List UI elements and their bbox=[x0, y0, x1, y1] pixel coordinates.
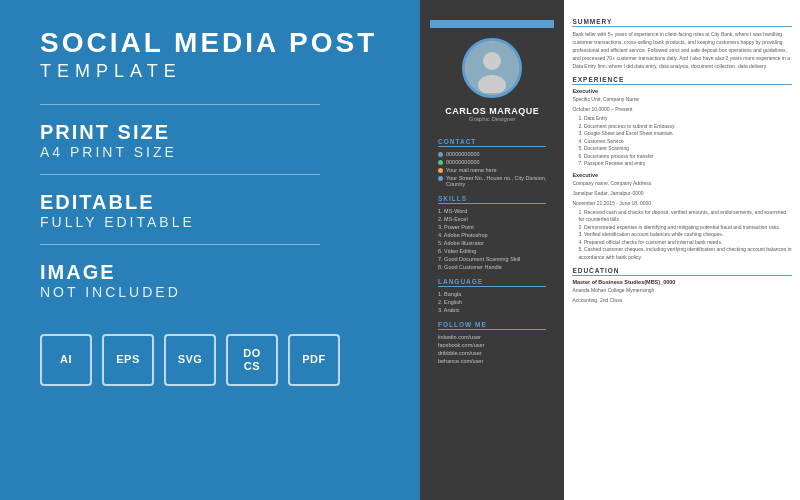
exp-item-4: 4. Customer Service bbox=[572, 138, 792, 146]
main-title: SOCIAL MEDIA POST bbox=[40, 28, 377, 59]
exp-item-5: 5. Document Scanning bbox=[572, 145, 792, 153]
format-pdf: PDF bbox=[288, 334, 340, 386]
feature-label-3: IMAGE bbox=[40, 261, 181, 284]
format-eps: EPS bbox=[102, 334, 154, 386]
exp2-item-2: 2. Demonstrated expertise in identifying… bbox=[572, 224, 792, 232]
experience-title: EXPERIENCE bbox=[572, 76, 792, 85]
skill-5: 5. Adobe Illustrator bbox=[438, 240, 546, 246]
divider-3 bbox=[40, 244, 320, 245]
summary-title: SUMMERY bbox=[572, 18, 792, 27]
resume-container: CARLOS MARAQUE Graphic Designer CONTACT … bbox=[420, 0, 800, 500]
exp-sub-2: Executive bbox=[572, 172, 792, 178]
skill-6: 6. Video Editing bbox=[438, 248, 546, 254]
exp-item-3: 3. Google Sheet and Excel Sheet maintain… bbox=[572, 130, 792, 138]
dot-orange-1 bbox=[438, 168, 443, 173]
exp-date-2: November 21,2015 - June 18, 0000 bbox=[572, 199, 792, 207]
exp-company-1: Specific Unit, Company Name bbox=[572, 95, 792, 103]
follow-title: FOLLOW ME bbox=[438, 321, 546, 330]
lang-2: 2. English bbox=[438, 299, 546, 305]
follow-1: linkedin.com/user bbox=[438, 334, 546, 340]
follow-2: facebook.com/user bbox=[438, 342, 546, 348]
skills-title: SKILLS bbox=[438, 195, 546, 204]
feature-value-1: A4 PRINT SIZE bbox=[40, 144, 177, 160]
dot-blue-2 bbox=[438, 176, 443, 181]
exp2-item-3: 3. Verified identification account balan… bbox=[572, 231, 792, 239]
exp-item-7: 7. Passport Receive and entry bbox=[572, 160, 792, 168]
divider-1 bbox=[40, 104, 320, 105]
divider-2 bbox=[40, 174, 320, 175]
feature-image: IMAGE NOT INCLUDED bbox=[40, 261, 181, 300]
format-svg: SVG bbox=[164, 334, 216, 386]
contact-email: Your mail name here bbox=[438, 167, 546, 173]
skill-7: 7. Good Document Scanning Skill bbox=[438, 256, 546, 262]
exp2-item-1: 1. Received cash and checks for deposit,… bbox=[572, 209, 792, 224]
exp-location-2: Jamalpur Sadar, Jamalpur-0000 bbox=[572, 189, 792, 197]
feature-label-1: PRINT SIZE bbox=[40, 121, 177, 144]
resume-sidebar: CARLOS MARAQUE Graphic Designer CONTACT … bbox=[420, 0, 564, 500]
dot-green-1 bbox=[438, 160, 443, 165]
lang-3: 3. Arabic bbox=[438, 307, 546, 313]
formats-row: AI EPS SVG DOCS PDF bbox=[40, 334, 340, 386]
resume-role: Graphic Designer bbox=[469, 116, 516, 122]
avatar bbox=[462, 38, 522, 98]
lang-1: 1. Bangla bbox=[438, 291, 546, 297]
left-panel: SOCIAL MEDIA POST TEMPLATE PRINT SIZE A4… bbox=[0, 0, 420, 500]
follow-3: dribbble.com/user bbox=[438, 350, 546, 356]
exp-item-6: 6. Documents process for transfer bbox=[572, 153, 792, 161]
feature-value-3: NOT INCLUDED bbox=[40, 284, 181, 300]
skill-2: 2. MS-Excel bbox=[438, 216, 546, 222]
skill-1: 1. MS-Word bbox=[438, 208, 546, 214]
teal-bar bbox=[430, 20, 554, 28]
sub-title: TEMPLATE bbox=[40, 61, 182, 82]
exp-sub-1: Executive bbox=[572, 88, 792, 94]
svg-point-1 bbox=[483, 52, 501, 70]
exp2-item-5: 5. Cashed customer cheques, including ve… bbox=[572, 246, 792, 261]
summary-text: Bank teller with 5+ years of experience … bbox=[572, 30, 792, 70]
language-title: LANGUAGE bbox=[438, 278, 546, 287]
edu-institution: Ananda Mohan College Mymensingh bbox=[572, 286, 792, 294]
exp-date-1: October 10,0000 – Present bbox=[572, 105, 792, 113]
skill-8: 8. Good Customer Handle bbox=[438, 264, 546, 270]
feature-editable: EDITABLE FULLY EDITABLE bbox=[40, 191, 195, 230]
exp-item-1: 1. Data Entry bbox=[572, 115, 792, 123]
feature-label-2: EDITABLE bbox=[40, 191, 195, 214]
resume-name: CARLOS MARAQUE bbox=[445, 106, 539, 116]
feature-print-size: PRINT SIZE A4 PRINT SIZE bbox=[40, 121, 177, 160]
right-panel: CARLOS MARAQUE Graphic Designer CONTACT … bbox=[420, 0, 800, 500]
format-ai: AI bbox=[40, 334, 92, 386]
contact-title: CONTACT bbox=[438, 138, 546, 147]
contact-phone1: 00000000000 bbox=[438, 151, 546, 157]
skill-4: 4. Adobe Photoshop bbox=[438, 232, 546, 238]
follow-4: behance.com/user bbox=[438, 358, 546, 364]
edu-degree: Master of Business Studies(MBS)_0000 bbox=[572, 279, 792, 285]
contact-phone2: 00000000000 bbox=[438, 159, 546, 165]
resume-main: SUMMERY Bank teller with 5+ years of exp… bbox=[564, 0, 800, 500]
format-docs: DOCS bbox=[226, 334, 278, 386]
exp-company-2: Company name, Company Address bbox=[572, 179, 792, 187]
dot-blue-1 bbox=[438, 152, 443, 157]
exp-item-2: 2. Document process to submit in Embassy bbox=[572, 123, 792, 131]
exp2-item-4: 4. Prepared official checks for customer… bbox=[572, 239, 792, 247]
education-title: EDUCATION bbox=[572, 267, 792, 276]
edu-major: Accounting, 2nd Class bbox=[572, 296, 792, 304]
contact-address: Your Street No., House no., City Divisio… bbox=[438, 175, 546, 187]
skill-3: 3. Power Point bbox=[438, 224, 546, 230]
feature-value-2: FULLY EDITABLE bbox=[40, 214, 195, 230]
